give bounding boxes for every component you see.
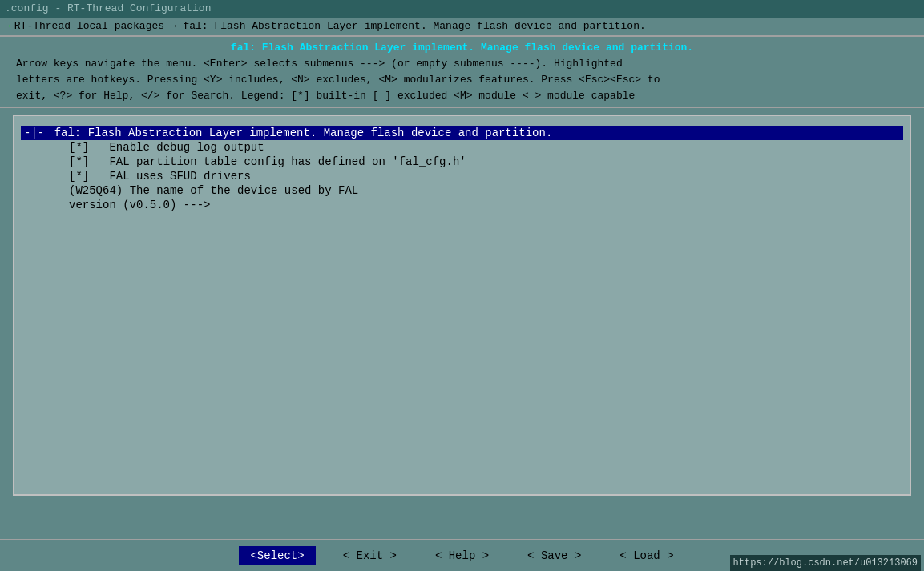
menu-item-3-label: The name of the device used by FAL [130,184,359,197]
help-button[interactable]: < Help > [424,546,500,565]
menu-item-1-label: FAL partition table config has defined o… [109,155,466,168]
breadcrumb-bar: → RT-Thread local packages → fal: Flash … [0,18,924,35]
breadcrumb-text: RT-Thread local packages → fal: Flash Ab… [14,19,646,34]
load-button[interactable]: < Load > [608,546,684,565]
menu-item-3-checkbox: (W25Q64) [69,184,130,197]
main-content-area: -|- fal: Flash Abstraction Layer impleme… [13,115,911,496]
menu-item-2-label: FAL uses SFUD drivers [109,170,250,183]
menu-item-0-label: Enable debug log output [109,141,264,154]
menu-item-0[interactable]: [*] Enable debug log output [21,140,903,155]
menu-item-1-checkbox: [*] [69,155,109,168]
menu-item-2[interactable]: [*] FAL uses SFUD drivers [21,169,903,183]
menu-selected-item[interactable]: -|- fal: Flash Abstraction Layer impleme… [21,126,903,140]
title-text: .config - RT-Thread Configuration [5,2,211,14]
menu-item-2-checkbox: [*] [69,170,109,183]
selected-item-text: fal: Flash Abstraction Layer implement. … [54,127,553,139]
url-text: https://blog.csdn.net/u013213069 [733,557,918,569]
title-bar: .config - RT-Thread Configuration [0,0,924,18]
help-line-2: letters are hotkeys. Pressing <Y> includ… [16,72,908,88]
url-bar: https://blog.csdn.net/u013213069 [730,555,921,571]
breadcrumb-arrow: → [5,19,11,34]
menu-item-3[interactable]: (W25Q64) The name of the device used by … [21,183,903,198]
info-title: fal: Flash Abstraction Layer implement. … [16,40,908,56]
select-button[interactable]: <Select> [239,546,315,565]
help-line-1: Arrow keys navigate the menu. <Enter> se… [16,56,908,72]
menu-item-0-checkbox: [*] [69,141,109,154]
menu-item-1[interactable]: [*] FAL partition table config has defin… [21,155,903,169]
menu-item-4-label: version (v0.5.0) ---> [69,199,210,211]
help-line-3: exit, <?> for Help, </> for Search. Lege… [16,88,908,104]
info-box: fal: Flash Abstraction Layer implement. … [0,35,924,108]
exit-button[interactable]: < Exit > [332,546,408,565]
cursor-indicator: -|- [24,127,44,139]
save-button[interactable]: < Save > [516,546,592,565]
menu-item-4[interactable]: version (v0.5.0) ---> [21,198,903,212]
